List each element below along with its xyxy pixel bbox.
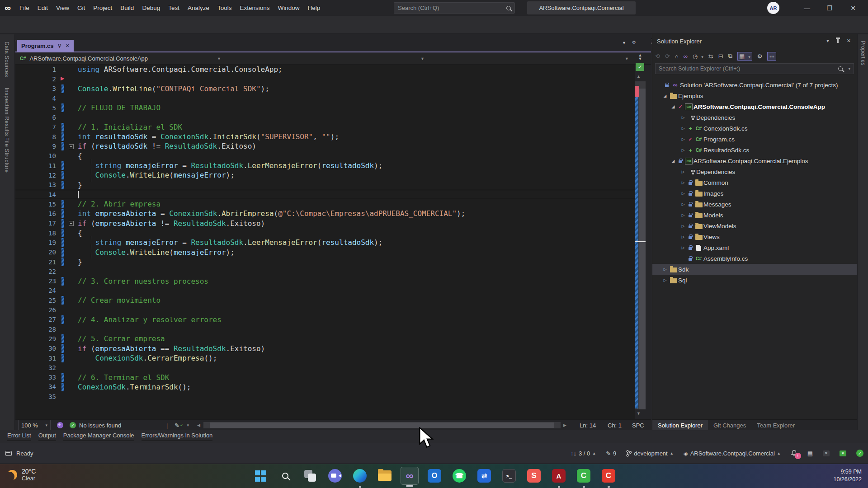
chevron-down-icon[interactable]: ▼ xyxy=(420,56,425,61)
tree-item-images[interactable]: ▷Images xyxy=(652,188,857,199)
code-line-17[interactable]: 17−if (empresaAbierta != ResultadoSdk.Ex… xyxy=(15,219,635,228)
contpaqi-red[interactable]: C xyxy=(599,467,618,485)
code-line-23[interactable]: 23// 3. Correr nuestros procesos xyxy=(15,277,635,286)
forward-icon[interactable]: ⟳ xyxy=(665,53,670,60)
fold-collapse-icon[interactable]: − xyxy=(69,221,74,226)
health-indicator-icon[interactable] xyxy=(57,420,63,431)
menu-git[interactable]: Git xyxy=(73,5,89,11)
tree-item-assemblyinfo-cs[interactable]: C#AssemblyInfo.cs xyxy=(652,253,857,264)
terminal[interactable]: >_ xyxy=(500,467,518,485)
whatsapp[interactable]: ☎ xyxy=(450,467,468,485)
code-line-6[interactable]: 6 xyxy=(15,113,635,122)
collapsed-arrow-icon[interactable]: ▷ xyxy=(679,213,687,217)
side-tab-inspection-results[interactable]: Inspection Results xyxy=(4,88,10,136)
code-line-19[interactable]: 19 string mensajeError = ResultadoSdk.Le… xyxy=(15,238,635,247)
code-line-35[interactable]: 35 xyxy=(15,392,635,401)
zoom-dropdown[interactable]: 100 %▾ xyxy=(18,420,51,431)
git-branch[interactable]: development ▲ xyxy=(626,450,673,457)
hscroll-right-icon[interactable]: ▶ xyxy=(563,420,566,431)
code-line-28[interactable]: 28 xyxy=(15,324,635,334)
tab-list-icon[interactable]: ▼ xyxy=(622,41,626,45)
code-line-31[interactable]: 31 ConexionSdk.CerrarEmpresa(); xyxy=(15,353,635,363)
edge[interactable] xyxy=(351,467,369,485)
menu-debug[interactable]: Debug xyxy=(138,5,164,11)
menu-file[interactable]: File xyxy=(15,5,33,11)
collapse-all-icon[interactable]: ⊟ xyxy=(718,53,723,60)
code-line-29[interactable]: 29// 5. Cerrar empresa xyxy=(15,334,635,343)
tab-output[interactable]: Output xyxy=(38,432,56,441)
collapsed-arrow-icon[interactable]: ▷ xyxy=(679,180,687,185)
menu-extensions[interactable]: Extensions xyxy=(236,5,274,11)
weather-widget[interactable]: 20°CClear xyxy=(7,468,36,482)
start-button[interactable] xyxy=(251,467,269,485)
collapsed-arrow-icon[interactable]: ▷ xyxy=(679,202,687,206)
hscroll-thumb[interactable] xyxy=(210,422,554,428)
code-line-11[interactable]: 11 string mensajeError = ResultadoSdk.Le… xyxy=(15,161,635,170)
tree-item-arsoftware-contpaqi-comercial-ejemplos[interactable]: ◢C#ARSoftware.Contpaqi.Comercial.Ejemplo… xyxy=(652,155,857,166)
tree-item-sdk[interactable]: ▷Sdk xyxy=(652,264,857,275)
notifications-bell[interactable]: 1 xyxy=(791,450,797,457)
menu-view[interactable]: View xyxy=(52,5,73,11)
menu-build[interactable]: Build xyxy=(116,5,138,11)
git-repo[interactable]: ◈ ARSoftware.Contpaqi.Comercial ▲ xyxy=(684,450,781,457)
pin-icon[interactable]: ⚲ xyxy=(58,43,61,49)
code-line-18[interactable]: 18{ xyxy=(15,228,635,238)
clock[interactable]: 9:59 PM 10/26/2022 xyxy=(833,468,862,483)
code-line-2[interactable]: 2▶ xyxy=(15,74,635,84)
tree-item-sql[interactable]: ▷Sql xyxy=(652,275,857,286)
feedback-icon[interactable]: ▤ xyxy=(807,450,813,457)
menu-edit[interactable]: Edit xyxy=(33,5,52,11)
pin-icon[interactable] xyxy=(837,39,839,43)
switch-views-icon[interactable]: ∞ xyxy=(684,53,688,60)
collapsed-arrow-icon[interactable]: ▷ xyxy=(679,235,687,239)
document-health-icon[interactable]: ✓ xyxy=(636,63,644,71)
track-active-item-icon[interactable]: ⚏ xyxy=(767,52,776,61)
code-line-3[interactable]: 3Console.WriteLine("CONTPAQi Comercial S… xyxy=(15,84,635,94)
tree-item-ejemplos[interactable]: ◢Ejemplos xyxy=(652,90,857,101)
outlook[interactable]: O xyxy=(425,467,443,485)
tree-item-conexionsdk-cs[interactable]: ▷+C#ConexionSdk.cs xyxy=(652,123,857,134)
teams[interactable] xyxy=(326,467,344,485)
task-view[interactable] xyxy=(301,467,319,485)
code-line-14[interactable]: 14 xyxy=(15,190,635,199)
connection-icon[interactable]: ✕ xyxy=(823,450,830,456)
collapsed-arrow-icon[interactable]: ▷ xyxy=(679,245,687,250)
hscroll-left-icon[interactable]: ◀ xyxy=(197,420,200,431)
show-all-files-icon[interactable]: ▦▾ xyxy=(737,52,752,61)
code-line-32[interactable]: 32 xyxy=(15,363,635,372)
back-icon[interactable]: ⟲ xyxy=(655,53,660,60)
scroll-down-icon[interactable]: ▼ xyxy=(637,411,641,416)
acrobat[interactable]: A xyxy=(550,467,568,485)
code-line-24[interactable]: 24 xyxy=(15,286,635,296)
pending-changes-icon[interactable]: ◷▾ xyxy=(693,53,703,60)
tree-item-dependencies[interactable]: ▷Dependencies xyxy=(652,112,857,123)
sync-selection-icon[interactable]: ⇆ xyxy=(708,53,713,60)
menu-project[interactable]: Project xyxy=(89,5,116,11)
fold-collapse-icon[interactable]: − xyxy=(69,144,74,149)
tab-git-changes[interactable]: Git Changes xyxy=(708,420,751,432)
code-line-5[interactable]: 5// FLUJO DE TRABAJO xyxy=(15,103,635,113)
close-button[interactable]: ✕ xyxy=(843,0,863,16)
expanded-arrow-icon[interactable]: ◢ xyxy=(670,104,677,109)
code-line-7[interactable]: 7// 1. Inicializar el SDK xyxy=(15,122,635,132)
menu-test[interactable]: Test xyxy=(164,5,184,11)
collapsed-arrow-icon[interactable]: ▷ xyxy=(679,148,687,152)
app-s[interactable]: S xyxy=(525,467,543,485)
chevron-down-icon[interactable]: ▼ xyxy=(217,56,221,61)
minimize-button[interactable]: — xyxy=(797,0,817,16)
tree-item-models[interactable]: ▷Models xyxy=(652,210,857,221)
code-line-22[interactable]: 22 xyxy=(15,267,635,276)
restore-button[interactable]: ❐ xyxy=(820,0,840,16)
scroll-up-icon[interactable]: ▲ xyxy=(637,74,641,79)
collapsed-arrow-icon[interactable]: ▷ xyxy=(679,169,687,174)
taskbar-search[interactable] xyxy=(276,467,294,485)
collapsed-arrow-icon[interactable]: ▷ xyxy=(661,278,669,282)
split-editor-handle[interactable]: ▲▼ xyxy=(636,53,645,61)
expanded-arrow-icon[interactable]: ◢ xyxy=(661,94,669,98)
code-line-9[interactable]: 9−if (resultadoSdk != ResultadoSdk.Exito… xyxy=(15,141,635,151)
side-tab-data-sources[interactable]: Data Sources xyxy=(4,42,10,77)
tree-item-arsoftware-contpaqi-comercial-consoleapp[interactable]: ◢✓C#ARSoftware.Contpaqi.Comercial.Consol… xyxy=(652,101,857,112)
tab-team-explorer[interactable]: Team Explorer xyxy=(751,420,800,432)
code-line-1[interactable]: 1using ARSoftware.Contpaqi.Comercial.Con… xyxy=(15,65,635,74)
menu-tools[interactable]: Tools xyxy=(213,5,236,11)
